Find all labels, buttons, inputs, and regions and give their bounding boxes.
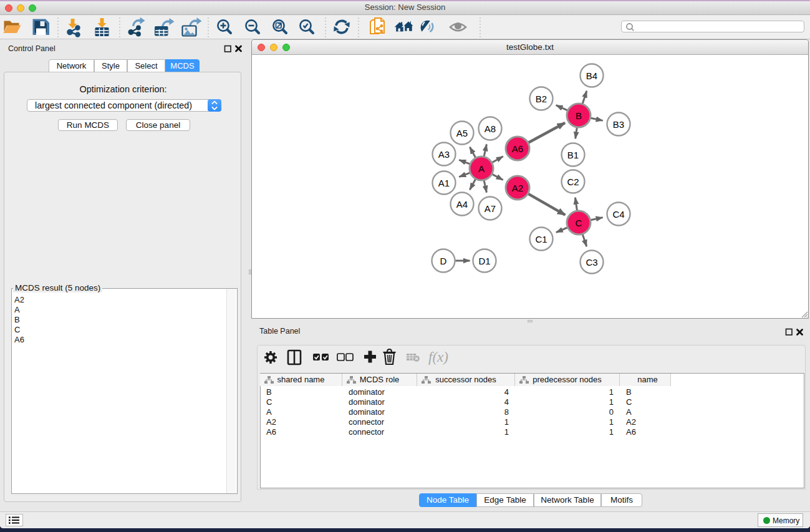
svg-text:A5: A5 <box>456 128 468 138</box>
svg-text:C: C <box>576 218 582 228</box>
svg-text:B4: B4 <box>586 70 597 81</box>
svg-text:C1: C1 <box>535 234 547 244</box>
svg-text:B1: B1 <box>567 150 579 160</box>
svg-text:C4: C4 <box>612 209 624 220</box>
svg-text:f(x): f(x) <box>428 349 448 365</box>
svg-text:A7: A7 <box>485 203 496 214</box>
svg-text:A6: A6 <box>512 143 523 154</box>
svg-text:C2: C2 <box>567 177 579 187</box>
svg-text:A: A <box>478 163 485 174</box>
svg-text:C3: C3 <box>586 257 597 268</box>
svg-text:D: D <box>440 256 447 266</box>
svg-text:A4: A4 <box>456 199 468 210</box>
svg-text:A8: A8 <box>485 123 496 134</box>
svg-text:B2: B2 <box>536 94 547 104</box>
svg-text:B: B <box>576 110 582 121</box>
svg-text:A1: A1 <box>438 178 450 188</box>
svg-text:B3: B3 <box>613 119 624 130</box>
svg-text:A3: A3 <box>438 149 450 160</box>
svg-text:D1: D1 <box>478 256 490 266</box>
svg-text:A2: A2 <box>512 183 523 193</box>
